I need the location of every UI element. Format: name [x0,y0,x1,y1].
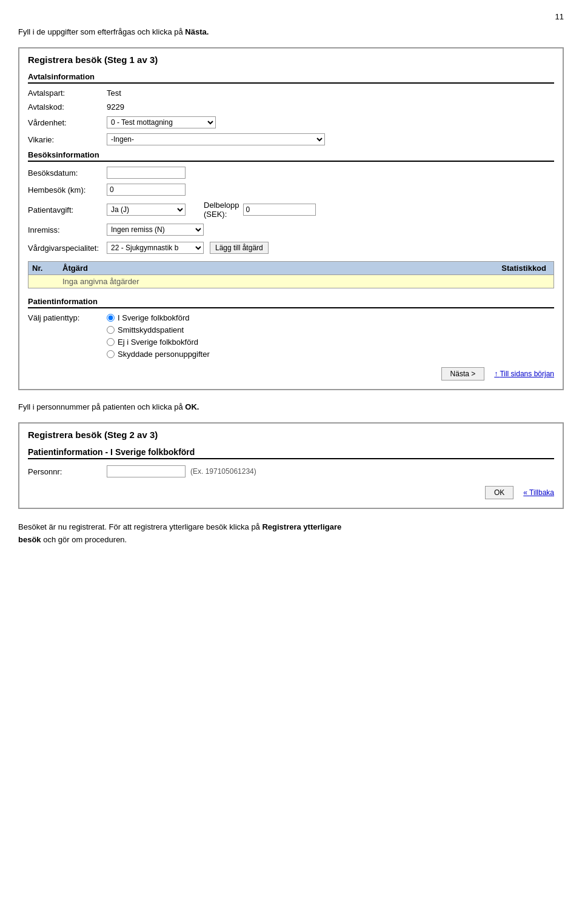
atgard-header-row: Nr. Åtgärd Statistikkod [28,261,554,275]
besoksdatum-row: Besöksdatum: [28,167,554,179]
radio-item-smittskydd[interactable]: Smittskyddspatient [107,325,210,334]
inremiss-label: Inremiss: [28,225,107,234]
valj-patienttyp-label: Välj patienttyp: [28,313,107,322]
avtalspart-row: Avtalspart: Test [28,88,554,98]
step2-patient-section: Patientinformation - I Sverige folkbokfö… [28,447,554,459]
atgard-col-stat: Statistikkod [441,264,550,273]
avtalspart-value: Test [107,88,121,98]
atgard-empty-row: Inga angivna åtgärder [28,275,554,288]
step2-bottom-row: OK Tillbaka [28,486,554,499]
vikarie-select[interactable]: -Ingen- [107,133,325,145]
hembesok-row: Hembesök (km): [28,184,554,196]
lagg-till-button[interactable]: Lägg till åtgärd [210,242,269,254]
radio-folkbokford[interactable] [107,314,115,322]
specialitet-row: Vårdgivarspecialitet: 22 - Sjukgymnastik… [28,242,554,254]
patientavgift-label: Patientavgift: [28,205,107,214]
personnr-row: Personnr: (Ex. 197105061234) [28,465,554,477]
vardenhet-label: Vårdenhet: [28,118,107,127]
radio-skyddade[interactable] [107,350,115,358]
patient-section-header: Patientinformation [28,297,554,308]
intro-text-1: Fyll i de uppgifter som efterfrågas och … [18,27,564,36]
avtalskod-label: Avtalskod: [28,102,107,111]
step2-form-box: Registrera besök (Steg 2 av 3) Patientin… [18,422,564,509]
avtalskod-value: 9229 [107,102,124,111]
atgard-empty-text: Inga angivna åtgärder [62,277,441,286]
patientavgift-select[interactable]: Ja (J) [107,204,186,216]
tillbaka-button[interactable]: Tillbaka [523,488,554,497]
atgard-col-atgard: Åtgärd [62,264,441,273]
page-number: 11 [18,12,564,21]
inremiss-row: Inremiss: Ingen remiss (N) [28,224,554,236]
radio-item-folkbokford[interactable]: I Sverige folkbokförd [107,313,210,322]
radio-ej-folkbokford[interactable] [107,338,115,346]
radio-item-ej-folkbokford[interactable]: Ej i Sverige folkbokförd [107,337,210,347]
hembesok-label: Hembesök (km): [28,185,107,194]
radio-smittskydd[interactable] [107,326,115,334]
atgard-section: Nr. Åtgärd Statistikkod Inga angivna åtg… [28,261,554,288]
till-sidans-button[interactable]: Till sidans början [494,370,554,378]
inremiss-select[interactable]: Ingen remiss (N) [107,224,204,236]
avtal-section-header: Avtalsinformation [28,72,554,84]
radio-item-skyddade[interactable]: Skyddade personuppgifter [107,350,210,359]
vardenhet-select[interactable]: 0 - Test mottagning [107,116,216,128]
delbelopp-label: Delbelopp (SEK): [204,201,239,219]
nasta-button[interactable]: Nästa > [441,367,485,381]
bottom-text: Besöket är nu registrerat. För att regis… [18,521,564,547]
delbelopp-group: Delbelopp (SEK): [204,201,316,219]
hembesok-input[interactable] [107,184,186,196]
step2-title: Registrera besök (Steg 2 av 3) [28,430,554,440]
vikarie-label: Vikarie: [28,135,107,144]
personnr-input[interactable] [107,465,186,477]
atgard-col-nr: Nr. [32,264,62,273]
patient-type-row: Välj patienttyp: I Sverige folkbokförd S… [28,313,554,359]
specialitet-select[interactable]: 22 - Sjukgymnastik b [107,242,204,254]
vikarie-row: Vikarie: -Ingen- [28,133,554,145]
delbelopp-input[interactable] [243,204,316,216]
besok-section-header: Besöksinformation [28,150,554,162]
vardenhet-row: Vårdenhet: 0 - Test mottagning [28,116,554,128]
step1-title: Registrera besök (Steg 1 av 3) [28,55,554,65]
step1-form-box: Registrera besök (Steg 1 av 3) Avtalsinf… [18,47,564,390]
ok-button[interactable]: OK [485,486,513,499]
besoksdatum-input[interactable] [107,167,186,179]
avtalskod-row: Avtalskod: 9229 [28,102,554,111]
personnr-label: Personnr: [28,467,107,476]
besoksdatum-label: Besöksdatum: [28,168,107,178]
avtalspart-label: Avtalspart: [28,88,107,98]
specialitet-label: Vårdgivarspecialitet: [28,244,107,253]
radio-group: I Sverige folkbokförd Smittskyddspatient… [107,313,210,359]
step1-bottom-row: Nästa > Till sidans början [28,367,554,381]
personnr-example: (Ex. 197105061234) [190,467,256,476]
patientavgift-row: Patientavgift: Ja (J) Delbelopp (SEK): [28,201,554,219]
intro-text-2: Fyll i personnummer på patienten och kli… [18,402,564,411]
